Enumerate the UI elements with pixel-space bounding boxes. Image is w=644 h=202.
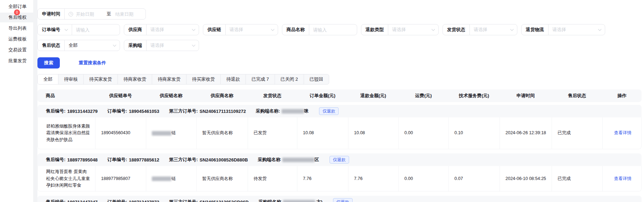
third-party-no-value: SN24061008526D880B — [200, 157, 248, 163]
chevron-down-icon — [113, 43, 116, 46]
purchaser-name-suffix: 咪 — [304, 108, 309, 114]
filter-supplier[interactable]: 供应商 请选择 — [124, 24, 199, 35]
tab-pending-refund[interactable]: 待退款 — [221, 74, 246, 84]
product-name-label: 商品名称 — [282, 27, 309, 33]
col-supply-chain-name: 供应链名称 — [146, 93, 196, 99]
col-actions: 操作 — [602, 93, 642, 99]
chevron-down-icon — [192, 27, 196, 31]
refund-type-badge: 仅退款 — [333, 198, 353, 202]
order-no-input[interactable] — [76, 27, 116, 33]
cell-freight: 0.00 — [399, 166, 449, 191]
tab-closed[interactable]: 已关闭 2 — [275, 74, 304, 84]
sidebar: 全部订单 售后维权 0 导出列表 运费模板 交易设置 批量发货 — [0, 0, 33, 202]
cell-apply-time: 2024-06-10 08:54:25 — [500, 166, 552, 191]
cell-service-fee: 0.10 — [449, 117, 500, 149]
reset-search-link[interactable]: 重置搜索条件 — [79, 60, 106, 66]
supplier-placeholder: 请选择 — [150, 27, 164, 33]
aftersale-no-label: 售后编号: — [46, 199, 65, 202]
ship-status-label: 发货状态 — [443, 27, 469, 33]
cell-order-amount: 10.08 — [297, 117, 348, 149]
filter-apply-time[interactable]: 申请时间 至 — [37, 8, 146, 20]
purchaser-name-suffix: ,方) — [315, 199, 323, 202]
aftersale-no-label: 售后编号: — [46, 157, 65, 163]
third-party-no-value: SN24051313052CD06D — [200, 200, 249, 202]
cell-status: 已完成 — [552, 166, 603, 191]
notification-badge: 0 — [14, 9, 20, 15]
chevron-down-icon — [598, 27, 602, 31]
order-group: 售后编号:189131443279 订单编号:189045461053 第三方订… — [37, 105, 642, 149]
sidebar-item-batch-shipping[interactable]: 批量发货 — [0, 56, 33, 66]
aftersale-no-value: 188713447347 — [67, 200, 98, 202]
sidebar-item-trade-settings[interactable]: 交易设置 — [0, 45, 33, 55]
third-party-no-label: 第三方订单号: — [169, 199, 198, 202]
cell-refund-amount: 10.08 — [348, 117, 399, 149]
aftersale-no-value: 188977895048 — [67, 157, 98, 163]
cell-product: 碧柏雅烟酰胺身体素颜霜清爽保湿水润自然提亮肤色护肤品 — [38, 117, 95, 149]
sidebar-item-label: 售后维权 — [8, 15, 27, 20]
col-service-fee: 技术服务费(元) — [448, 93, 500, 99]
sidebar-item-freight-template[interactable]: 运费模板 — [0, 34, 33, 44]
col-ship-status: 发货状态 — [248, 93, 297, 99]
apply-time-label: 申请时间 — [38, 11, 64, 17]
redacted-text — [282, 109, 304, 114]
order-no-label: 订单编号: — [107, 108, 127, 114]
view-detail-link[interactable]: 查看详情 — [614, 175, 631, 182]
filter-purchase-side[interactable]: 采购端 请选择 — [124, 40, 199, 51]
supply-chain-label: 供应链 — [203, 27, 225, 33]
cell-supplier-name: 暂无供应商名称 — [197, 117, 248, 149]
col-supplier-name: 供应商名称 — [196, 93, 248, 99]
refund-type-placeholder: 请选择 — [392, 27, 406, 33]
product-name-input[interactable] — [313, 27, 353, 33]
refund-type-badge: 仅退款 — [319, 107, 339, 115]
filter-refund-type[interactable]: 退款类型 请选择 — [361, 24, 439, 35]
tab-merchant-to-receive[interactable]: 待商家收货 — [118, 74, 152, 84]
sidebar-item-export-list[interactable]: 导出列表 — [0, 23, 33, 33]
tab-all[interactable]: 全部 — [38, 74, 58, 84]
filter-supply-chain[interactable]: 供应链 请选择 — [203, 24, 278, 35]
cell-product: 网红海苔蛋卷 蛋黄肉松夹心脆女士儿儿童童孕妇休闲网红零食 — [38, 166, 95, 191]
order-row: 网红海苔蛋卷 蛋黄肉松夹心脆女士儿儿童童孕妇休闲网红零食 18897798580… — [37, 166, 642, 192]
third-party-no-label: 第三方订单号: — [169, 108, 198, 114]
redacted-text — [282, 158, 314, 162]
aftersale-no-label: 售后编号: — [46, 108, 65, 114]
cell-supply-chain-name: 链 — [146, 166, 197, 191]
cell-order-amount: 7.76 — [297, 166, 348, 191]
table-header: 商品 供应链单号 供应链名称 供应商名称 发货状态 订单金额(元) 退款金额(元… — [37, 89, 642, 102]
purchase-side-placeholder: 请选择 — [150, 42, 164, 49]
purchase-side-label: 采购端 — [124, 42, 146, 49]
date-start-input[interactable] — [76, 12, 102, 17]
third-party-no-label: 第三方订单号: — [169, 157, 198, 163]
purchaser-name-label: 采购端名称 — [258, 157, 281, 163]
redacted-text — [283, 200, 315, 202]
filter-row-1: 申请时间 至 — [37, 8, 644, 20]
chevron-down-icon — [65, 27, 68, 31]
view-detail-link[interactable]: 查看详情 — [614, 130, 631, 136]
tab-buyer-to-ship[interactable]: 待买家发货 — [84, 74, 118, 84]
return-logistics-placeholder: 请选择 — [552, 27, 566, 33]
supply-chain-suffix: 链 — [171, 130, 176, 136]
tab-buyer-to-receive[interactable]: 待买家收货 — [186, 74, 221, 84]
filter-return-logistics[interactable]: 退货物流 请选择 — [521, 24, 605, 35]
tab-completed[interactable]: 已完成 7 — [246, 74, 275, 84]
cell-supplier-name: 暂无供应商名称 — [197, 166, 248, 191]
redacted-text — [152, 131, 171, 136]
search-button[interactable]: 搜索 — [37, 57, 60, 68]
tab-rejected[interactable]: 已驳回 — [304, 74, 329, 84]
filter-order-no[interactable]: 订单编号 — [37, 24, 120, 35]
order-no-label: 订单编号: — [107, 199, 127, 202]
tab-merchant-to-ship[interactable]: 待商家发货 — [152, 74, 186, 84]
chevron-down-icon — [271, 27, 275, 31]
supply-chain-placeholder: 请选择 — [229, 27, 243, 33]
tab-pending-audit[interactable]: 待审核 — [58, 74, 84, 84]
order-group-header: 售后编号:189131443279 订单编号:189045461053 第三方订… — [37, 105, 642, 117]
filter-row-3: 售后状态 全部 采购端 请选择 — [37, 40, 644, 51]
order-no-value: 189045461053 — [129, 109, 159, 114]
filter-product-name[interactable]: 商品名称 — [282, 24, 357, 35]
sidebar-item-aftersale[interactable]: 售后维权 0 — [0, 13, 33, 22]
col-supply-chain-no: 供应链单号 — [95, 93, 146, 99]
filter-aftersale-status[interactable]: 售后状态 全部 — [37, 40, 120, 51]
filter-ship-status[interactable]: 发货状态 请选择 — [443, 24, 517, 35]
supply-chain-suffix: 链 — [171, 175, 176, 182]
date-end-input[interactable] — [115, 12, 142, 17]
purchaser-name-label: 采购端名称 — [259, 199, 281, 202]
